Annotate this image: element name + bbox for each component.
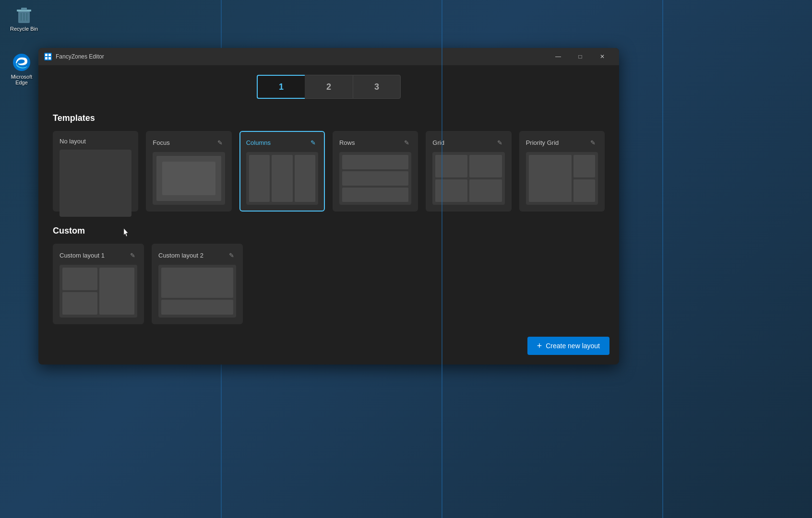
grid-zone-4 bbox=[469, 179, 502, 202]
priority-grid-visual bbox=[526, 152, 598, 205]
columns-preview bbox=[246, 152, 318, 205]
custom2-visual bbox=[158, 265, 236, 318]
custom-grid: Custom layout 1 ✎ Custom layout 2 bbox=[53, 244, 605, 324]
monitor-1-button[interactable]: 1 bbox=[257, 75, 305, 99]
col-zone-1 bbox=[249, 155, 270, 202]
col-zone-2 bbox=[272, 155, 292, 202]
columns-title: Columns bbox=[246, 139, 271, 146]
custom2-header: Custom layout 2 ✎ bbox=[158, 250, 236, 260]
main-content: 1 2 3 Templates No layout bbox=[38, 65, 619, 365]
priority-grid-header: Priority Grid ✎ bbox=[526, 138, 598, 147]
restore-button[interactable]: □ bbox=[569, 48, 591, 65]
focus-header: Focus ✎ bbox=[153, 138, 225, 147]
title-bar: FancyZones Editor — □ ✕ bbox=[38, 48, 619, 65]
custom-layout-1-card[interactable]: Custom layout 1 ✎ bbox=[53, 244, 144, 324]
templates-grid: No layout Focus ✎ bbox=[53, 131, 605, 212]
grid-title: Grid bbox=[432, 139, 444, 146]
grid-zone-3 bbox=[435, 179, 467, 202]
row-zone-3 bbox=[342, 188, 408, 202]
rows-header: Rows ✎ bbox=[339, 138, 411, 147]
monitor-2-button[interactable]: 2 bbox=[305, 75, 353, 99]
edge-label: Microsoft Edge bbox=[11, 74, 33, 85]
columns-card[interactable]: Columns ✎ bbox=[239, 131, 325, 212]
svg-rect-10 bbox=[48, 57, 51, 59]
recycle-bin-icon[interactable]: Recycle Bin bbox=[5, 5, 43, 32]
rows-card[interactable]: Rows ✎ bbox=[333, 131, 418, 212]
grid-edit-icon[interactable]: ✎ bbox=[495, 138, 505, 147]
minimize-button[interactable]: — bbox=[547, 48, 569, 65]
create-button-label: Create new layout bbox=[546, 342, 600, 350]
svg-rect-8 bbox=[48, 54, 51, 56]
priority-grid-preview bbox=[526, 152, 598, 205]
no-layout-card[interactable]: No layout bbox=[53, 131, 138, 212]
grid-zone-1 bbox=[435, 155, 467, 177]
custom1-visual bbox=[60, 265, 137, 318]
focus-preview bbox=[153, 152, 225, 205]
custom-section-title: Custom bbox=[53, 226, 605, 236]
custom1-zone-tr bbox=[99, 268, 134, 315]
monitor-3-button[interactable]: 3 bbox=[353, 75, 401, 99]
custom1-header: Custom layout 1 ✎ bbox=[60, 250, 137, 260]
svg-rect-9 bbox=[45, 57, 48, 59]
rows-title: Rows bbox=[339, 139, 355, 146]
col-zone-3 bbox=[295, 155, 315, 202]
close-button[interactable]: ✕ bbox=[591, 48, 613, 65]
grid-header: Grid ✎ bbox=[432, 138, 504, 147]
focus-edit-icon[interactable]: ✎ bbox=[215, 138, 225, 147]
no-layout-title: No layout bbox=[60, 138, 86, 145]
columns-edit-icon[interactable]: ✎ bbox=[309, 138, 318, 147]
create-plus-icon: + bbox=[537, 341, 542, 350]
row-zone-1 bbox=[342, 155, 408, 169]
custom2-zone-top bbox=[161, 268, 233, 298]
focus-title: Focus bbox=[153, 139, 169, 146]
custom2-title: Custom layout 2 bbox=[158, 252, 203, 259]
priority-main-zone bbox=[529, 155, 572, 202]
edge-browser-icon[interactable]: Microsoft Edge bbox=[2, 53, 41, 85]
fancyzones-window: FancyZones Editor — □ ✕ 1 2 3 bbox=[38, 48, 619, 365]
desktop-divider bbox=[662, 0, 663, 518]
focus-inner-zone bbox=[162, 162, 215, 195]
columns-visual bbox=[246, 152, 318, 205]
no-layout-preview bbox=[60, 150, 131, 217]
templates-section-title: Templates bbox=[53, 113, 605, 123]
custom1-edit-icon[interactable]: ✎ bbox=[128, 250, 137, 260]
grid-preview bbox=[432, 152, 504, 205]
custom2-preview bbox=[158, 265, 236, 318]
monitor-selector: 1 2 3 bbox=[53, 75, 605, 99]
rows-visual bbox=[339, 152, 411, 205]
edge-image bbox=[12, 53, 31, 72]
custom2-edit-icon[interactable]: ✎ bbox=[227, 250, 236, 260]
grid-zone-2 bbox=[469, 155, 502, 177]
window-title: FancyZones Editor bbox=[56, 53, 547, 60]
window-controls: — □ ✕ bbox=[547, 48, 613, 65]
focus-visual bbox=[153, 152, 225, 205]
rows-preview bbox=[339, 152, 411, 205]
no-layout-header: No layout bbox=[60, 138, 131, 145]
recycle-bin-label: Recycle Bin bbox=[10, 26, 38, 32]
custom1-preview bbox=[60, 265, 137, 318]
priority-side-zone-2 bbox=[573, 179, 595, 202]
grid-card[interactable]: Grid ✎ bbox=[426, 131, 511, 212]
grid-visual bbox=[432, 152, 504, 205]
desktop: Recycle Bin Microsoft Edge FancyZones Ed… bbox=[0, 0, 812, 518]
rows-edit-icon[interactable]: ✎ bbox=[402, 138, 411, 147]
svg-rect-7 bbox=[45, 54, 48, 56]
svg-point-6 bbox=[13, 54, 30, 71]
priority-side-zone-1 bbox=[573, 155, 595, 177]
priority-grid-edit-icon[interactable]: ✎ bbox=[588, 138, 598, 147]
priority-grid-card[interactable]: Priority Grid ✎ bbox=[519, 131, 605, 212]
recycle-bin-image bbox=[14, 5, 34, 24]
custom1-zone-bl bbox=[62, 292, 97, 315]
focus-card[interactable]: Focus ✎ bbox=[146, 131, 231, 212]
create-new-layout-button[interactable]: + Create new layout bbox=[527, 337, 609, 355]
columns-header: Columns ✎ bbox=[246, 138, 318, 147]
svg-rect-2 bbox=[21, 8, 27, 10]
custom1-zone-tl bbox=[62, 268, 97, 290]
custom1-title: Custom layout 1 bbox=[60, 252, 105, 259]
priority-grid-title: Priority Grid bbox=[526, 139, 559, 146]
custom2-zone-bottom bbox=[161, 300, 233, 315]
custom-layout-2-card[interactable]: Custom layout 2 ✎ bbox=[152, 244, 243, 324]
app-icon bbox=[44, 53, 52, 60]
row-zone-2 bbox=[342, 171, 408, 186]
